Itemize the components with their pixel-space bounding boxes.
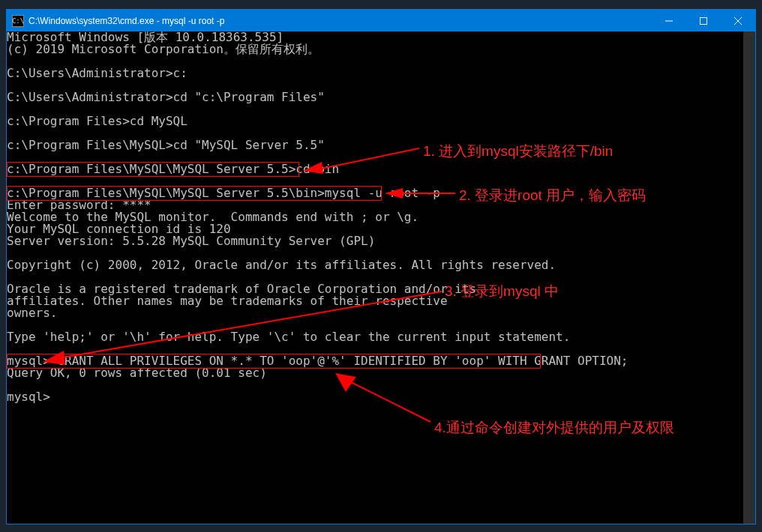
term-line: Type 'help;' or '\h' for help. Type '\c'… bbox=[7, 331, 755, 343]
term-line: owners. bbox=[7, 307, 755, 319]
scrollbar-thumb[interactable] bbox=[743, 31, 755, 524]
terminal-output[interactable]: Microsoft Windows [版本 10.0.18363.535](c)… bbox=[7, 31, 755, 524]
cmd-icon: C:\ bbox=[12, 15, 24, 27]
term-line: affiliates. Other names may be trademark… bbox=[7, 295, 755, 307]
cmd-window: C:\ C:\Windows\system32\cmd.exe - mysql … bbox=[6, 9, 756, 525]
svg-rect-1 bbox=[700, 17, 707, 24]
term-line: c:\Program Files>cd MySQL bbox=[7, 115, 755, 127]
term-line: C:\Users\Administrator>c: bbox=[7, 67, 755, 79]
term-line: C:\Users\Administrator>cd "c:\Program Fi… bbox=[7, 91, 755, 103]
term-line: c:\Program Files\MySQL\MySQL Server 5.5>… bbox=[7, 163, 755, 175]
term-line: c:\Program Files\MySQL>cd "MySQL Server … bbox=[7, 139, 755, 151]
term-line: Query OK, 0 rows affected (0.01 sec) bbox=[7, 367, 755, 379]
minimize-button[interactable] bbox=[652, 10, 686, 31]
close-button[interactable] bbox=[721, 10, 755, 31]
term-line bbox=[7, 379, 755, 391]
term-line: Copyright (c) 2000, 2012, Oracle and/or … bbox=[7, 259, 755, 271]
vertical-scrollbar[interactable] bbox=[743, 31, 755, 524]
titlebar[interactable]: C:\ C:\Windows\system32\cmd.exe - mysql … bbox=[7, 10, 755, 31]
maximize-button[interactable] bbox=[686, 10, 721, 31]
term-line: mysql> bbox=[7, 391, 755, 403]
window-controls bbox=[652, 10, 755, 31]
term-line: (c) 2019 Microsoft Corporation。保留所有权利。 bbox=[7, 43, 755, 55]
term-line: Server version: 5.5.28 MySQL Community S… bbox=[7, 235, 755, 247]
window-title: C:\Windows\system32\cmd.exe - mysql -u r… bbox=[28, 16, 652, 26]
